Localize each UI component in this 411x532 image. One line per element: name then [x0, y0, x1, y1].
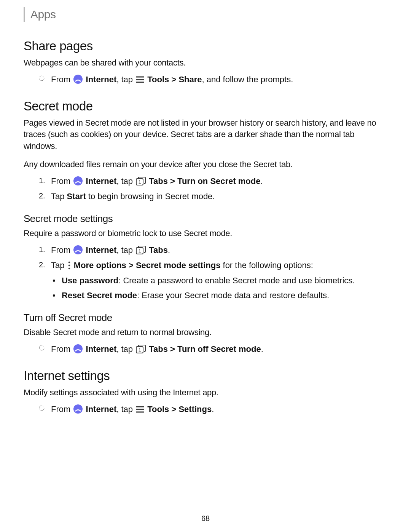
step-text-tap: , tap — [116, 245, 135, 255]
secret-mode-steps: 1. From Internet, tap Tabs > Turn on Sec… — [24, 176, 387, 202]
section-title: Secret mode — [24, 99, 387, 113]
section-title: Internet settings — [24, 369, 387, 383]
step-number: 1. — [39, 176, 45, 186]
document-page: Apps Share pages Webpages can be shared … — [0, 0, 411, 532]
option-rest: : Create a password to enable Secret mod… — [118, 276, 355, 285]
step-number: 1. — [39, 244, 45, 255]
list-item: 2. Tap More options > Secret mode settin… — [24, 260, 387, 271]
section-desc: Modify settings associated with using th… — [24, 387, 387, 398]
more-options-icon — [68, 261, 71, 270]
step-text-tap: , tap — [116, 176, 135, 186]
tabs-icon — [136, 345, 146, 353]
step-text-tabs: Tabs — [147, 344, 168, 354]
step-text-action: Turn on Secret mode — [177, 176, 260, 186]
step-text-tap: Tap — [51, 260, 67, 270]
step-text-action: Turn off Secret mode — [177, 344, 261, 354]
step-text-action: Settings — [178, 404, 212, 414]
internet-icon — [73, 176, 83, 185]
step-text-tap: Tap — [51, 192, 67, 201]
step-text-start: Start — [67, 192, 86, 201]
subsection-title: Turn off Secret mode — [24, 312, 387, 324]
step-number: 2. — [39, 191, 45, 201]
step-text-tap: , tap — [116, 404, 135, 414]
tools-menu-icon — [136, 406, 144, 413]
step-text-from: From — [51, 245, 73, 255]
step-text-from: From — [51, 176, 73, 186]
list-item: Use password: Create a password to enabl… — [24, 275, 387, 286]
step-text-tap: , tap — [116, 344, 135, 354]
step-text-tap: , tap — [116, 75, 135, 84]
list-item: Reset Secret mode: Erase your Secret mod… — [24, 290, 387, 301]
section-share-pages: Share pages Webpages can be shared with … — [24, 39, 387, 85]
internet-settings-step: From Internet, tap Tools > Settings. — [24, 404, 387, 415]
step-sep: > — [126, 260, 136, 270]
step-text-rest: for the following options: — [220, 260, 313, 270]
step-text-from: From — [51, 75, 73, 84]
step-text-tabs: Tabs — [147, 176, 168, 186]
step-text-from: From — [51, 344, 73, 354]
step-text-tools: Tools — [145, 404, 169, 414]
turnoff-step: From Internet, tap Tabs > Turn off Secre… — [24, 343, 387, 355]
step-text-internet: Internet — [83, 176, 116, 186]
step-sep: > — [169, 75, 178, 84]
step-text-internet: Internet — [83, 404, 116, 414]
step-text-rest: to begin browsing in Secret mode. — [86, 192, 215, 201]
list-item: 1. From Internet, tap Tabs > Turn on Sec… — [24, 176, 387, 187]
option-label: Use password — [62, 276, 118, 285]
step-text-tools: Tools — [145, 75, 169, 84]
share-step: From Internet, tap Tools > Share, and fo… — [24, 74, 387, 85]
secret-settings-options: Use password: Create a password to enabl… — [24, 275, 387, 301]
option-label: Reset Secret mode — [62, 291, 137, 300]
step-text-more: More options — [72, 260, 126, 270]
section-internet-settings: Internet settings Modify settings associ… — [24, 369, 387, 415]
option-rest: : Erase your Secret mode data and restor… — [137, 291, 329, 300]
section-desc: Webpages can be shared with your contact… — [24, 57, 387, 69]
section-desc-2: Any downloaded files remain on your devi… — [24, 159, 387, 170]
section-desc-1: Pages viewed in Secret mode are not list… — [24, 117, 387, 152]
step-sep: > — [169, 404, 178, 414]
internet-icon — [73, 344, 83, 353]
step-sep: > — [168, 176, 177, 186]
secret-settings-steps: 1. From Internet, tap Tabs. 2. Tap More … — [24, 244, 387, 271]
subsection-desc: Require a password or biometric lock to … — [24, 228, 387, 239]
step-text-internet: Internet — [83, 245, 116, 255]
dotted-circle-bullet-icon — [39, 405, 45, 411]
step-end: . — [212, 404, 214, 414]
step-number: 2. — [39, 260, 45, 270]
internet-icon — [73, 75, 83, 84]
tabs-icon — [136, 177, 146, 185]
step-text-internet: Internet — [83, 75, 116, 84]
header-accent-mark — [24, 7, 25, 22]
header-label: Apps — [30, 8, 56, 21]
tools-menu-icon — [136, 76, 144, 83]
step-text-internet: Internet — [83, 344, 116, 354]
internet-icon — [73, 245, 83, 254]
dotted-circle-bullet-icon — [39, 75, 45, 81]
step-end: . — [260, 176, 263, 186]
internet-icon — [73, 404, 83, 414]
dotted-circle-bullet-icon — [39, 345, 45, 351]
step-end: . — [261, 344, 263, 354]
tabs-icon — [136, 246, 146, 254]
step-sep: > — [168, 344, 177, 354]
step-end: . — [168, 245, 170, 255]
subsection-desc: Disable Secret mode and return to normal… — [24, 327, 387, 338]
step-text-tabs: Tabs — [147, 245, 168, 255]
step-text-suffix: , and follow the prompts. — [202, 75, 293, 84]
step-text-sms: Secret mode settings — [136, 260, 221, 270]
list-item: 2. Tap Start to begin browsing in Secret… — [24, 191, 387, 202]
step-text-share: Share — [178, 75, 202, 84]
list-item: 1. From Internet, tap Tabs. — [24, 244, 387, 256]
section-title: Share pages — [24, 39, 387, 53]
section-secret-mode: Secret mode Pages viewed in Secret mode … — [24, 99, 387, 355]
page-number: 68 — [24, 514, 387, 523]
page-header: Apps — [24, 7, 387, 22]
subsection-title: Secret mode settings — [24, 213, 387, 225]
step-text-from: From — [51, 404, 73, 414]
